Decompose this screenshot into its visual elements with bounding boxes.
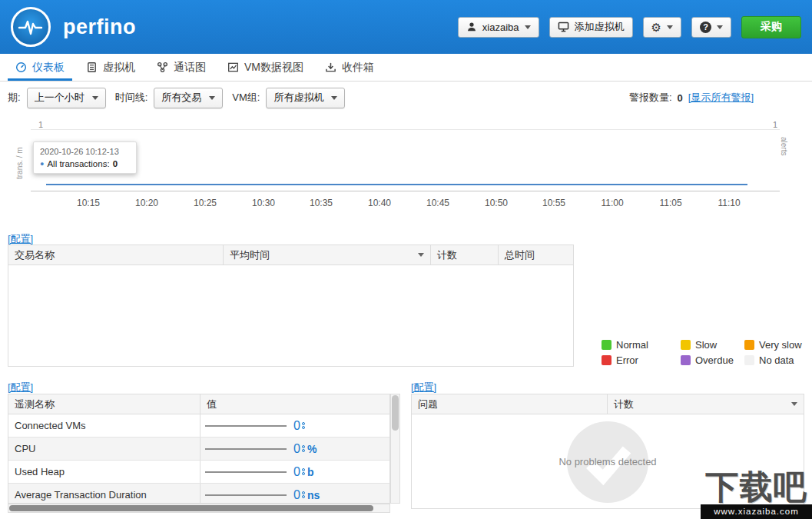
legend-label: Very slow [759,339,802,351]
legend-label: No data [759,354,794,366]
tab-label: VM数据视图 [244,61,303,75]
problems-config-link[interactable]: [配置] [411,381,436,394]
watermark-url: www.xiazaiba.com [701,504,812,519]
vertical-scrollbar-thumb[interactable] [392,395,399,431]
buy-button[interactable]: 采购 [741,16,801,38]
telemetry-name: CPU [8,437,201,460]
telemetry-value-cell: 0 b [201,461,389,483]
col-total-time: 总时间 [499,245,573,264]
show-all-alerts-link[interactable]: [显示所有警报] [688,91,754,105]
settings-button[interactable]: ⚙ [643,17,681,38]
col-telemetry-name: 遥测名称 [8,394,201,414]
legend-item: No data [744,354,802,366]
status-legend: Normal Slow Very slow Error Overdue No d… [602,339,802,366]
telemetry-unit: % [307,443,317,455]
telemetry-row[interactable]: Average Transaction Duration 0 ns [8,484,389,504]
perfino-logo: perfino [11,7,136,47]
chevron-down-icon [717,25,723,29]
user-menu-button[interactable]: xiazaiba [458,17,539,38]
inbox-icon [325,62,336,73]
col-problem: 问题 [412,394,608,414]
tooltip-series-label: All transactions: [47,159,109,168]
transactions-table: 交易名称 平均时间 计数 总时间 [8,245,574,367]
horizontal-scrollbar[interactable] [8,504,390,513]
legend-swatch [681,355,691,365]
vm-group-select[interactable]: 所有虚拟机 [266,88,345,108]
horizontal-scrollbar-thumb[interactable] [9,505,373,511]
legend-item: Normal [602,339,666,351]
col-problem-count[interactable]: 计数 [608,394,804,414]
telemetry-value: 0 [293,465,300,479]
add-vm-button[interactable]: 添加虚拟机 [549,17,633,38]
telemetry-table-body: Connected VMs 0 CPU 0 % Used Heap [8,414,389,504]
legend-swatch [602,340,611,350]
tooltip-title: 2020-10-26 10:12-13 [40,147,130,156]
logo-text: perfino [63,15,136,39]
tab-call-graph[interactable]: 通话图 [146,54,217,81]
sort-dropdown-icon[interactable] [418,253,424,257]
y-axis-right-label: alerts [780,137,788,155]
legend-swatch [681,340,691,350]
col-average-time[interactable]: 平均时间 [224,245,431,264]
problems-table-header: 问题 计数 [412,394,804,414]
sparkline [205,425,287,427]
tab-label: 收件箱 [342,61,374,75]
value-marker-icon [302,491,305,498]
telemetry-row[interactable]: Connected VMs 0 [8,414,389,437]
chevron-down-icon [92,96,98,100]
timeline-label: 时间线: [115,91,148,105]
app-header: perfino xiazaiba 添加虚拟机 ⚙ [0,0,812,54]
sort-dropdown-icon[interactable] [791,402,797,406]
alerts-count-label: 警报数量: [629,91,672,105]
tab-vm-data-views[interactable]: VM数据视图 [217,54,314,81]
x-axis-label: 11:05 [659,198,681,208]
vertical-scrollbar[interactable] [390,394,400,504]
period-label: 期: [8,91,21,105]
value-marker-icon [302,445,305,452]
legend-label: Normal [616,339,648,351]
telemetry-row[interactable]: Used Heap 0 b [8,461,389,484]
question-icon: ? [700,22,711,33]
chevron-down-icon [667,25,673,29]
vm-icon [86,62,98,73]
user-menu-label: xiazaiba [482,22,519,33]
col-telemetry-value: 值 [201,394,389,414]
tab-vms[interactable]: 虚拟机 [75,54,146,81]
timeline-select[interactable]: 所有交易 [154,88,223,108]
y-axis-left-label: trans. / m [15,147,24,179]
chart-plot[interactable] [31,119,780,191]
period-select[interactable]: 上一个小时 [27,88,106,108]
vm-group-label: VM组: [232,91,260,105]
alerts-summary: 警报数量: 0 [显示所有警报] [629,91,754,105]
telemetry-row[interactable]: CPU 0 % [8,437,389,461]
add-vm-icon [558,22,569,32]
help-button[interactable]: ? [691,17,731,38]
sparkline [205,448,287,450]
tab-label: 通话图 [174,61,206,75]
header-actions: xiazaiba 添加虚拟机 ⚙ ? 采购 [458,16,801,38]
telemetry-name: Used Heap [8,461,201,483]
telemetry-unit: b [307,466,314,478]
empty-message: No problems detected [412,456,804,467]
telemetry-name: Connected VMs [8,414,201,437]
legend-item: Overdue [681,354,730,366]
tab-dashboard[interactable]: 仪表板 [5,54,75,81]
x-axis-label: 11:10 [718,198,740,208]
series-dot-icon: ● [40,160,44,168]
main-nav: 仪表板 虚拟机 通话图 [0,54,812,82]
telemetry-unit: ns [307,489,320,501]
vm-data-view-icon [227,62,239,73]
legend-swatch [744,340,754,350]
dashboard-icon [15,62,27,73]
telemetry-config-link[interactable]: [配置] [8,381,33,394]
alerts-count: 0 [678,92,683,104]
telemetry-value: 0 [293,488,300,502]
tab-inbox[interactable]: 收件箱 [314,54,385,81]
call-graph-icon [157,62,168,73]
x-axis-label: 10:25 [194,198,217,208]
period-value: 上一个小时 [35,91,85,105]
x-axis-label: 10:15 [77,198,100,208]
col-transaction-name: 交易名称 [8,245,224,264]
transactions-table-body [8,265,573,368]
user-icon [466,22,477,32]
